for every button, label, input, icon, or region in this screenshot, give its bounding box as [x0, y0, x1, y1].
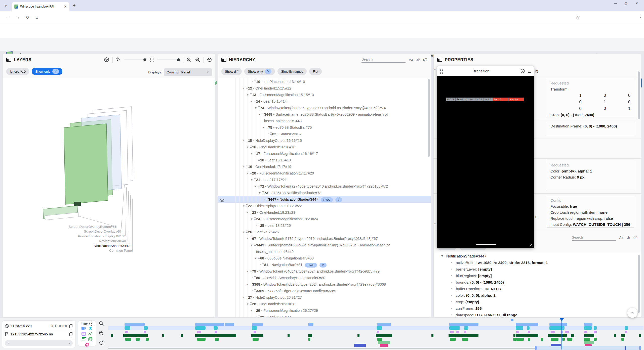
- collapse-panel-icon[interactable]: [6, 58, 11, 62]
- chevron-down-icon[interactable]: ▼: [246, 170, 250, 177]
- pin-icon[interactable]: [250, 283, 252, 286]
- timeline-cursor[interactable]: [561, 319, 562, 349]
- tree-row[interactable]: ▼68 - 885b63e NavigationBar0#68: [218, 255, 431, 261]
- displays-select[interactable]: Common Panel ▼: [164, 68, 212, 76]
- property-item[interactable]: •activeBuffer: w: 1080, h: 2400, stride:…: [434, 259, 641, 266]
- chevron-down-icon[interactable]: ▼: [250, 150, 254, 157]
- property-item[interactable]: •color: (0, 0, 0), alpha: 1: [434, 292, 641, 299]
- tree-row[interactable]: •80 - ace6abb SecondaryHomeHandle0#80: [218, 275, 431, 281]
- prev-frame-icon[interactable]: ‹: [8, 341, 9, 345]
- timeline-segment[interactable]: [584, 334, 594, 337]
- reset-view-icon[interactable]: [207, 57, 212, 63]
- timeline-segment[interactable]: [464, 326, 468, 330]
- chevron-down-icon[interactable]: ▼: [242, 203, 246, 209]
- info-icon[interactable]: [520, 69, 525, 73]
- timeline-segment[interactable]: [354, 344, 366, 347]
- pin-icon[interactable]: [262, 191, 264, 195]
- property-item[interactable]: •dataspace: BT709 sRGB Full range: [434, 312, 641, 318]
- timeline-segment[interactable]: [464, 331, 466, 333]
- property-item[interactable]: •bufferTransform: IDENTITY: [434, 286, 641, 292]
- zoom-out-icon[interactable]: [99, 330, 104, 336]
- show-only-visible-chip[interactable]: Show only V: [32, 68, 62, 75]
- timeline-segment[interactable]: [214, 326, 218, 330]
- eye-icon[interactable]: [220, 198, 224, 203]
- flat-chip[interactable]: Flat: [309, 68, 322, 75]
- whole-word-icon[interactable]: ab: [627, 236, 630, 239]
- chevron-down-icon[interactable]: ▼: [242, 294, 246, 301]
- timeline-segment[interactable]: [125, 338, 131, 341]
- tree-row[interactable]: ▼79 - WindowToken{7046b4a type=2024 andr…: [218, 268, 431, 275]
- timeline-segment[interactable]: [528, 338, 530, 341]
- current-time-ns[interactable]: 1715339054227572545 ns: [11, 332, 67, 336]
- tab-search-icon[interactable]: v: [3, 3, 9, 9]
- pin-icon[interactable]: [246, 165, 248, 169]
- properties-scrollbar[interactable]: [638, 71, 640, 119]
- pin-icon[interactable]: [258, 316, 260, 317]
- rotate-view-icon[interactable]: [116, 57, 121, 62]
- new-tab-button[interactable]: +: [73, 3, 76, 8]
- timeline-segment[interactable]: [584, 326, 592, 330]
- timeline-segment[interactable]: [449, 334, 478, 337]
- search-input[interactable]: Search: [572, 235, 616, 241]
- minimap-track[interactable]: [108, 348, 535, 348]
- timeline-segment[interactable]: [516, 326, 523, 330]
- tree-row[interactable]: •30 - Leaf:26:27#30: [218, 314, 431, 317]
- surface-flinger-filter-icon[interactable]: [89, 327, 93, 331]
- zoom-in-icon[interactable]: [186, 57, 192, 63]
- layers-3d-view[interactable]: ScreenDecorOverlayBottom#61ScreenDecorOv…: [3, 78, 215, 317]
- timeline-segment[interactable]: [549, 326, 565, 330]
- layer-label[interactable]: ScreenDecorOverlay#60: [84, 230, 121, 233]
- tree-row[interactable]: •3447 - NotificationShade#3447HWCV: [218, 196, 431, 203]
- pin-icon[interactable]: [254, 244, 256, 247]
- pin-icon[interactable]: [270, 133, 272, 136]
- chevron-down-icon[interactable]: ▼: [250, 216, 254, 222]
- chevron-down-icon[interactable]: ▼: [250, 307, 254, 314]
- tree-row[interactable]: •81 - NavigationBar0#81HWCV: [218, 261, 431, 268]
- tree-row[interactable]: ▼3448 - Surface(name=ed70f88 StatusBar)/…: [218, 111, 431, 124]
- timeline-segment[interactable]: [252, 326, 257, 330]
- timeline-segment[interactable]: [450, 338, 456, 341]
- pin-icon[interactable]: [266, 126, 268, 129]
- layer-label[interactable]: ScreenDecorOverlayBottom#61: [68, 225, 116, 229]
- chevron-down-icon[interactable]: ▼: [246, 92, 250, 98]
- timeline-segment[interactable]: [449, 326, 460, 330]
- chevron-down-icon[interactable]: ▼: [246, 235, 250, 242]
- match-case-icon[interactable]: Aa: [619, 236, 623, 239]
- pin-icon[interactable]: [262, 113, 264, 116]
- property-tree-root[interactable]: ▼ NotificationShade#3447: [434, 252, 641, 259]
- match-case-icon[interactable]: Aa: [409, 58, 413, 61]
- browser-menu-icon[interactable]: ⋮: [638, 15, 643, 20]
- zoom-in-icon[interactable]: [99, 321, 104, 326]
- timeline-segment[interactable]: [288, 334, 290, 337]
- layer-label[interactable]: Common Panel: [109, 249, 133, 252]
- timeline-segment[interactable]: [594, 331, 597, 333]
- timeline-segment[interactable]: [123, 334, 148, 337]
- timeline-segment[interactable]: [308, 323, 313, 326]
- zoom-out-icon[interactable]: [195, 57, 200, 63]
- timeline-segment[interactable]: [516, 323, 538, 326]
- chevron-down-icon[interactable]: ▼: [242, 229, 246, 235]
- pin-icon[interactable]: [254, 289, 256, 293]
- collapse-panel-icon[interactable]: [221, 58, 226, 62]
- timeline-segment[interactable]: [377, 338, 382, 341]
- show-only-visible-chip[interactable]: Show only V: [244, 68, 275, 75]
- pin-icon[interactable]: [254, 217, 256, 221]
- property-item[interactable]: •bounds: (0, 0) - (1080, 2400): [434, 279, 641, 286]
- pin-icon[interactable]: [250, 237, 252, 241]
- tree-row[interactable]: ▼73 - 8736138 NotificationShade#73: [218, 190, 431, 196]
- pin-icon[interactable]: [246, 296, 248, 299]
- scroll-down-arrow[interactable]: ▼: [434, 223, 436, 225]
- simplify-names-chip[interactable]: Simplify names: [277, 68, 307, 75]
- timeline-segment[interactable]: [357, 334, 359, 337]
- timeline-segment[interactable]: [308, 338, 310, 341]
- timeline-segment[interactable]: [614, 334, 616, 337]
- timeline-segment[interactable]: [513, 338, 516, 341]
- pin-icon[interactable]: [254, 152, 256, 156]
- tree-row[interactable]: ▼21 - Leaf:17:17#21: [218, 177, 431, 183]
- screen-recording-filter-icon[interactable]: [82, 327, 86, 330]
- timeline-segment[interactable]: [594, 338, 597, 341]
- collapse-panel-icon[interactable]: [437, 58, 442, 62]
- tree-row[interactable]: ▼29 - FullscreenMagnification:26:27#29: [218, 307, 431, 314]
- pin-icon[interactable]: [254, 309, 256, 313]
- timeline-segment[interactable]: [541, 338, 543, 341]
